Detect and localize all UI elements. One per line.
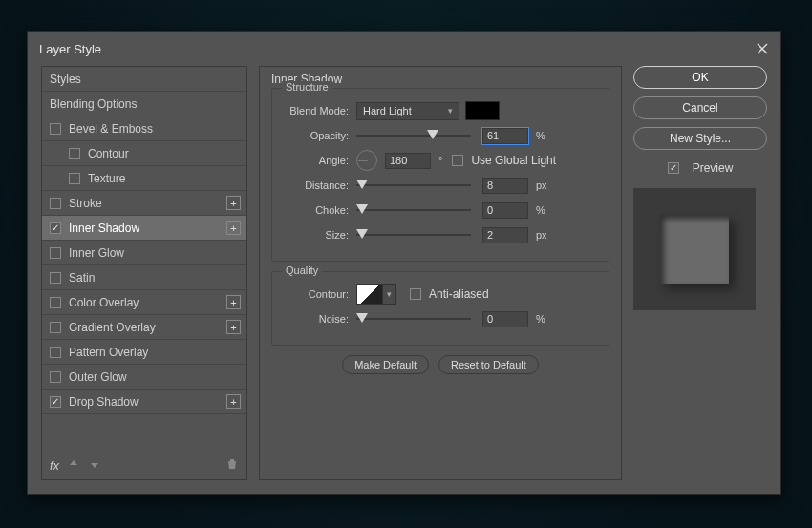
ok-button[interactable]: OK <box>633 66 767 89</box>
style-label: Pattern Overlay <box>69 346 148 359</box>
style-checkbox[interactable] <box>50 222 61 234</box>
style-item-inner-glow[interactable]: Inner Glow <box>42 241 246 265</box>
opacity-field[interactable]: 61 <box>482 128 528 144</box>
size-unit: px <box>536 229 547 241</box>
style-checkbox[interactable] <box>50 371 61 383</box>
style-item-bevel-emboss[interactable]: Bevel & Emboss <box>42 116 246 141</box>
preview-checkbox[interactable] <box>668 162 679 174</box>
style-label: Inner Glow <box>69 246 124 260</box>
layer-style-dialog: Layer Style Styles Blending Options Beve… <box>27 31 781 495</box>
noise-label: Noise: <box>284 313 356 325</box>
choke-field[interactable]: 0 <box>482 202 528 219</box>
structure-group: Structure Blend Mode: Hard Light ▾ Opaci… <box>271 88 609 262</box>
style-item-color-overlay[interactable]: Color Overlay+ <box>42 290 246 315</box>
contour-dropdown[interactable]: ▾ <box>383 284 396 305</box>
distance-slider[interactable] <box>356 179 471 192</box>
titlebar: Layer Style <box>28 32 780 66</box>
plus-icon[interactable]: + <box>226 295 241 309</box>
structure-legend: Structure <box>282 81 332 93</box>
style-item-stroke[interactable]: Stroke+ <box>42 191 246 216</box>
close-icon[interactable] <box>756 42 769 55</box>
style-item-texture[interactable]: Texture <box>42 166 246 191</box>
opacity-slider[interactable] <box>356 129 471 142</box>
angle-field[interactable]: 180 <box>385 153 431 169</box>
styles-header[interactable]: Styles <box>42 67 246 92</box>
style-label: Drop Shadow <box>69 395 139 409</box>
use-global-light-checkbox[interactable] <box>452 155 463 166</box>
blend-mode-value: Hard Light <box>363 105 412 116</box>
style-label: Bevel & Emboss <box>69 122 153 136</box>
preview-swatch <box>660 215 729 284</box>
style-checkbox[interactable] <box>50 198 61 209</box>
dialog-title: Layer Style <box>39 42 756 56</box>
size-field[interactable]: 2 <box>482 227 528 243</box>
style-item-pattern-overlay[interactable]: Pattern Overlay <box>42 340 246 365</box>
style-checkbox[interactable] <box>69 148 80 159</box>
contour-label: Contour: <box>284 288 356 300</box>
anti-aliased-label: Anti-aliased <box>429 287 489 301</box>
plus-icon[interactable]: + <box>226 196 241 210</box>
dialog-body: Styles Blending Options Bevel & EmbossCo… <box>28 66 780 494</box>
style-checkbox[interactable] <box>69 173 80 184</box>
chevron-down-icon: ▾ <box>448 106 453 116</box>
angle-label: Angle: <box>284 155 356 166</box>
style-label: Inner Shadow <box>69 222 139 235</box>
style-item-inner-shadow[interactable]: Inner Shadow+ <box>42 216 246 241</box>
style-item-drop-shadow[interactable]: Drop Shadow+ <box>42 390 246 414</box>
distance-unit: px <box>536 180 547 191</box>
blending-options-label: Blending Options <box>50 97 137 111</box>
plus-icon[interactable]: + <box>226 320 241 334</box>
trash-icon[interactable] <box>225 457 239 474</box>
style-item-gradient-overlay[interactable]: Gradient Overlay+ <box>42 315 246 340</box>
noise-slider[interactable] <box>356 312 471 326</box>
fx-icon[interactable]: fx <box>50 458 59 473</box>
style-label: Contour <box>88 147 129 160</box>
blending-options-row[interactable]: Blending Options <box>42 92 246 116</box>
style-label: Texture <box>88 172 125 185</box>
plus-icon[interactable]: + <box>226 394 241 409</box>
anti-aliased-checkbox[interactable] <box>410 288 421 300</box>
preview-box <box>633 188 756 310</box>
size-label: Size: <box>284 229 356 241</box>
opacity-label: Opacity: <box>284 130 356 141</box>
noise-unit: % <box>536 313 545 325</box>
shadow-color-swatch[interactable] <box>465 101 500 120</box>
style-label: Color Overlay <box>69 296 139 309</box>
style-item-outer-glow[interactable]: Outer Glow <box>42 365 246 390</box>
opacity-unit: % <box>536 130 545 141</box>
size-slider[interactable] <box>356 228 471 242</box>
quality-legend: Quality <box>282 264 322 276</box>
style-checkbox[interactable] <box>50 272 61 284</box>
style-label: Satin <box>69 271 95 285</box>
style-checkbox[interactable] <box>50 297 61 308</box>
style-checkbox[interactable] <box>50 123 61 135</box>
style-label: Outer Glow <box>69 370 127 384</box>
styles-header-label: Styles <box>50 73 81 86</box>
new-style-button[interactable]: New Style... <box>633 127 767 150</box>
styles-panel: Styles Blending Options Bevel & EmbossCo… <box>41 66 247 480</box>
angle-unit: ° <box>438 155 442 166</box>
arrow-up-icon[interactable] <box>67 457 80 474</box>
distance-label: Distance: <box>284 180 356 191</box>
make-default-button[interactable]: Make Default <box>342 355 429 374</box>
blend-mode-label: Blend Mode: <box>284 105 356 116</box>
style-checkbox[interactable] <box>50 347 61 358</box>
style-label: Gradient Overlay <box>69 321 156 334</box>
reset-default-button[interactable]: Reset to Default <box>438 355 539 374</box>
blend-mode-select[interactable]: Hard Light ▾ <box>356 102 459 120</box>
angle-dial[interactable] <box>356 150 377 171</box>
style-checkbox[interactable] <box>50 322 61 333</box>
style-item-satin[interactable]: Satin <box>42 265 246 290</box>
style-checkbox[interactable] <box>50 247 61 259</box>
distance-field[interactable]: 8 <box>482 178 528 194</box>
style-label: Stroke <box>69 197 102 210</box>
noise-field[interactable]: 0 <box>482 311 528 327</box>
style-checkbox[interactable] <box>50 396 61 408</box>
choke-slider[interactable] <box>356 203 471 217</box>
style-item-contour[interactable]: Contour <box>42 141 246 166</box>
plus-icon[interactable]: + <box>226 221 241 235</box>
contour-swatch[interactable] <box>356 284 383 305</box>
cancel-button[interactable]: Cancel <box>633 96 767 119</box>
arrow-down-icon[interactable] <box>88 457 101 474</box>
styles-footer: fx <box>42 451 246 479</box>
